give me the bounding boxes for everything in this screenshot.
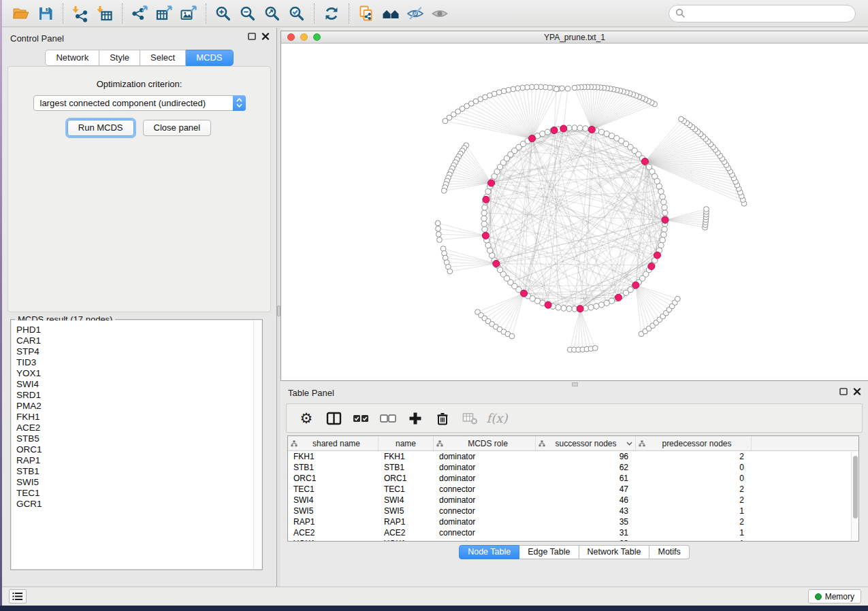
memory-button[interactable]: Memory [808, 589, 861, 604]
table-scrollbar-thumb[interactable] [853, 456, 858, 518]
mcds-hub-node[interactable] [551, 127, 558, 133]
mcds-node-item[interactable]: GCR1 [16, 499, 261, 510]
network-node[interactable] [560, 86, 565, 91]
mcds-hub-node[interactable] [483, 196, 489, 203]
network-node[interactable] [565, 86, 570, 91]
export-network-button[interactable] [127, 2, 152, 25]
column-header-shared-name[interactable]: shared name [288, 436, 379, 450]
network-node[interactable] [660, 194, 665, 199]
network-node[interactable] [482, 227, 487, 232]
cell-successor_nodes[interactable]: 31 [536, 528, 636, 538]
cell-predecessor_nodes[interactable]: 1 [636, 506, 752, 516]
float-panel-icon[interactable] [248, 33, 256, 40]
table-settings-button[interactable]: ⚙ [296, 408, 317, 429]
mcds-node-item[interactable]: STB1 [16, 466, 261, 477]
cell-successor_nodes[interactable]: 43 [536, 506, 636, 516]
cell-mcds_role[interactable]: dominator [434, 495, 536, 505]
refresh-layout-button[interactable] [319, 2, 344, 25]
cell-name[interactable]: SWI5 [379, 506, 434, 516]
tab-select[interactable]: Select [140, 50, 186, 66]
cell-predecessor_nodes[interactable]: 0 [636, 474, 752, 483]
network-node[interactable] [443, 118, 448, 124]
network-node[interactable] [577, 125, 583, 131]
network-node[interactable] [661, 232, 666, 237]
network-node[interactable] [594, 303, 599, 309]
network-node[interactable] [679, 116, 684, 122]
network-node[interactable] [553, 86, 559, 92]
cell-successor_nodes[interactable]: 61 [536, 474, 636, 483]
cell-name[interactable]: YOX1 [379, 539, 434, 542]
cell-name[interactable]: RAP1 [379, 517, 434, 527]
export-table-button[interactable] [152, 2, 176, 25]
network-node[interactable] [545, 129, 550, 135]
mcds-hub-node[interactable] [662, 216, 669, 223]
show-columns-button[interactable] [323, 408, 344, 429]
mcds-result-list[interactable]: PHD1CAR1STP4TID3YOX1SWI4SRD1PMA2FKH1ACE2… [12, 320, 261, 569]
cell-mcds_role[interactable]: connector [434, 484, 536, 494]
cell-predecessor_nodes[interactable]: 2 [636, 452, 752, 461]
cell-mcds_role[interactable]: dominator [434, 463, 536, 472]
mcds-hub-node[interactable] [577, 306, 583, 312]
import-network-button[interactable] [68, 2, 93, 25]
copy-network-button[interactable] [354, 2, 379, 25]
export-image-button[interactable] [176, 2, 201, 25]
network-node[interactable] [481, 216, 487, 221]
deselect-all-button[interactable] [378, 408, 398, 429]
network-node[interactable] [572, 125, 577, 131]
mcds-hub-node[interactable] [648, 263, 655, 269]
mcds-hub-node[interactable] [560, 125, 567, 132]
tab-network-table[interactable]: Network Table [579, 545, 650, 559]
mcds-node-item[interactable]: TEC1 [16, 488, 261, 499]
column-header-mcds-role[interactable]: MCDS role [434, 436, 536, 450]
network-window-titlebar[interactable]: YPA_prune.txt_1 [281, 31, 868, 44]
cell-name[interactable]: TEC1 [379, 484, 434, 494]
mcds-hub-node[interactable] [529, 135, 536, 142]
criterion-dropdown[interactable]: largest connected component (undirected) [33, 95, 246, 111]
cell-predecessor_nodes[interactable]: 2 [636, 517, 752, 527]
table-row[interactable]: TEC1TEC1connector472 [288, 484, 858, 495]
cell-mcds_role[interactable]: dominator [434, 452, 536, 461]
network-node[interactable] [566, 306, 572, 312]
cell-successor_nodes[interactable]: 29 [536, 539, 636, 542]
network-node[interactable] [447, 269, 453, 274]
task-history-button[interactable] [9, 589, 27, 604]
cell-successor_nodes[interactable]: 62 [536, 463, 636, 472]
cell-name[interactable]: ACE2 [379, 528, 434, 538]
import-table-button[interactable] [93, 2, 117, 25]
network-node[interactable] [481, 210, 487, 216]
mcds-node-item[interactable]: FKH1 [16, 412, 261, 423]
mcds-hub-node[interactable] [493, 261, 500, 267]
network-node[interactable] [482, 205, 487, 210]
network-node[interactable] [436, 226, 441, 231]
cell-predecessor_nodes[interactable]: 0 [636, 463, 752, 472]
mcds-node-item[interactable]: SWI5 [16, 477, 261, 488]
mcds-list-scrollbar[interactable] [253, 320, 261, 569]
network-node[interactable] [509, 333, 515, 339]
network-node[interactable] [588, 305, 594, 310]
table-row[interactable]: ACE2ACE2connector311 [288, 527, 858, 538]
mcds-node-item[interactable]: ORC1 [16, 444, 261, 455]
mcds-node-item[interactable]: YOX1 [16, 368, 261, 379]
network-graph[interactable] [281, 44, 868, 380]
table-row[interactable]: YOX1YOX1connector291 [288, 538, 858, 542]
tab-edge-table[interactable]: Edge Table [519, 545, 579, 559]
mcds-node-item[interactable]: ACE2 [16, 423, 261, 433]
mcds-hub-node[interactable] [654, 252, 661, 259]
table-row[interactable]: ORC1ORC1dominator610 [288, 473, 858, 484]
network-node[interactable] [485, 242, 491, 248]
network-node[interactable] [662, 210, 668, 216]
table-row[interactable]: RAP1RAP1dominator352 [288, 516, 858, 527]
cell-predecessor_nodes[interactable]: 2 [636, 484, 752, 494]
network-node[interactable] [661, 199, 666, 205]
cell-mcds_role[interactable]: connector [434, 506, 536, 516]
open-file-button[interactable] [9, 2, 33, 25]
cell-shared_name[interactable]: SWI5 [288, 506, 379, 516]
column-header-predecessor-nodes[interactable]: predecessor nodes [636, 436, 752, 450]
network-node[interactable] [435, 220, 440, 226]
tab-network[interactable]: Network [45, 50, 99, 66]
horizontal-splitter-grip[interactable] [572, 382, 578, 386]
cell-shared_name[interactable]: ACE2 [288, 528, 379, 538]
cell-mcds_role[interactable]: connector [434, 528, 536, 538]
network-node[interactable] [572, 85, 577, 90]
network-node[interactable] [704, 207, 709, 212]
